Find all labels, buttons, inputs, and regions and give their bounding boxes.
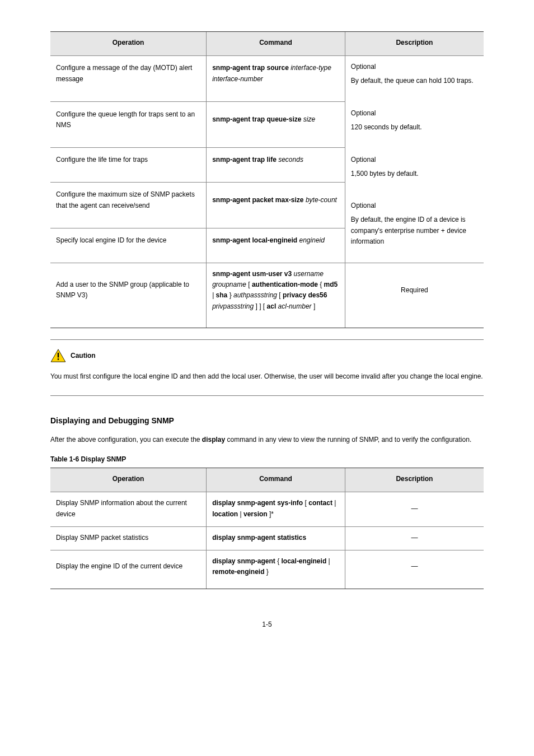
caution-note: Caution You must first configure the loc… bbox=[50, 339, 484, 396]
svg-rect-2 bbox=[58, 358, 59, 360]
th-description: Description bbox=[345, 468, 484, 492]
table-row: Display SNMP packet statistics display s… bbox=[50, 526, 484, 550]
table-row: Display the engine ID of the current dev… bbox=[50, 550, 484, 589]
table-row: Add a user to the SNMP group (applicable… bbox=[50, 263, 484, 328]
caution-title: Caution bbox=[71, 352, 96, 360]
page-number: 1-5 bbox=[50, 620, 484, 628]
th-description: Description bbox=[345, 32, 484, 56]
page: Operation Command Description Configure … bbox=[0, 0, 534, 756]
th-operation: Operation bbox=[50, 32, 207, 56]
config-table: Operation Command Description Configure … bbox=[50, 31, 484, 328]
th-command: Command bbox=[207, 32, 345, 56]
th-command: Command bbox=[207, 468, 345, 492]
caution-icon bbox=[50, 349, 66, 362]
th-operation: Operation bbox=[50, 468, 207, 492]
table-row: Display SNMP information about the curre… bbox=[50, 492, 484, 526]
section-title: Displaying and Debugging SNMP bbox=[50, 416, 484, 425]
table-row: Configure a message of the day (MOTD) al… bbox=[50, 56, 484, 102]
svg-rect-1 bbox=[58, 353, 59, 358]
section-paragraph: After the above configuration, you can e… bbox=[50, 434, 484, 445]
display-table: Operation Command Description Display SN… bbox=[50, 468, 484, 589]
caution-text: You must first configure the local engin… bbox=[50, 371, 484, 382]
table-caption: Table 1-6 Display SNMP bbox=[50, 455, 484, 463]
